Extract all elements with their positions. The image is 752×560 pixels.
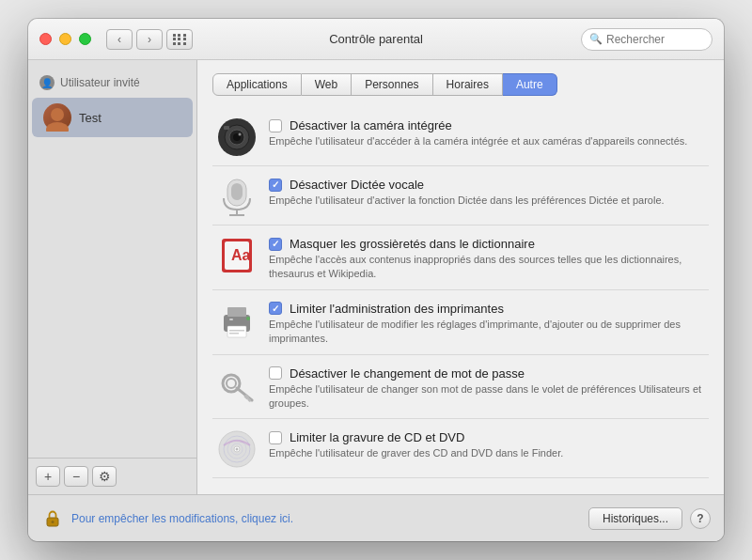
setting-item-disc: Limiter la gravure de CD et DVD Empêche … [212, 421, 709, 478]
setting-content-camera: Désactiver la caméra intégrée Empêche l'… [269, 117, 705, 148]
tab-personnes[interactable]: Personnes [352, 73, 432, 96]
setting-title-dict: Masquer les grossièretés dans le diction… [290, 237, 535, 251]
forward-button[interactable]: › [136, 29, 163, 50]
nav-buttons: ‹ › [106, 29, 163, 50]
setting-item-dictee: Désactiver Dictée vocale Empêche l'utili… [212, 168, 709, 226]
tab-applications[interactable]: Applications [212, 73, 302, 96]
maximize-button[interactable] [79, 33, 91, 45]
setting-desc-disc: Empêche l'utilisateur de graver des CD a… [269, 446, 705, 460]
setting-icon-disc [216, 428, 258, 470]
tabs: Applications Web Personnes Horaires Autr… [212, 73, 709, 96]
titlebar: ‹ › Contrôle parental 🔍 [28, 19, 724, 60]
svg-rect-9 [231, 183, 243, 200]
setting-title-row-printer: Limiter l'administration des imprimantes [269, 302, 705, 316]
setting-title-password: Désactiver le changement de mot de passe [290, 366, 525, 381]
svg-point-23 [227, 379, 236, 388]
svg-rect-7 [224, 126, 229, 130]
checkbox-printer[interactable] [269, 302, 282, 315]
setting-title-row-dict: Masquer les grossièretés dans le diction… [269, 237, 705, 251]
checkbox-dictee[interactable] [269, 179, 282, 192]
historiques-button[interactable]: Historiques... [588, 507, 682, 530]
setting-icon-dictee [216, 176, 258, 217]
setting-content-printer: Limiter l'administration des imprimantes… [269, 300, 705, 347]
setting-content-dictee: Désactiver Dictée vocale Empêche l'utili… [269, 176, 705, 208]
checkbox-password[interactable] [269, 366, 282, 380]
setting-title-row-password: Désactiver le changement de mot de passe [269, 366, 705, 381]
svg-rect-17 [227, 326, 246, 337]
sidebar-item-label: Test [79, 111, 102, 125]
svg-rect-18 [229, 319, 233, 320]
setting-icon-dict: Aa [216, 235, 258, 276]
setting-item-password: Désactiver le changement de mot de passe… [212, 357, 709, 420]
help-button[interactable]: ? [690, 508, 711, 529]
svg-rect-21 [229, 333, 239, 334]
setting-content-password: Désactiver le changement de mot de passe… [269, 365, 705, 412]
window-title: Contrôle parental [329, 32, 423, 46]
setting-desc-dictee: Empêche l'utilisateur d'activer la fonct… [269, 194, 705, 208]
tab-horaires[interactable]: Horaires [433, 73, 503, 96]
checkbox-camera[interactable] [269, 119, 282, 132]
search-icon: 🔍 [589, 33, 603, 45]
lock-link[interactable]: Pour empêcher les modifications, cliquez… [71, 512, 293, 525]
setting-icon-camera [216, 117, 258, 158]
setting-item-camera: Désactiver la caméra intégrée Empêche l'… [212, 109, 709, 166]
setting-desc-camera: Empêche l'utilisateur d'accéder à la cam… [269, 134, 705, 148]
search-input[interactable] [606, 33, 704, 46]
tab-autre[interactable]: Autre [503, 73, 557, 96]
svg-point-1 [46, 122, 69, 132]
lock-section: Pour empêcher les modifications, cliquez… [41, 507, 293, 530]
grid-view-button[interactable] [166, 29, 193, 50]
setting-title-dictee: Désactiver Dictée vocale [290, 178, 424, 192]
main-window: ‹ › Contrôle parental 🔍 👤 Utilisateur in… [28, 19, 724, 541]
user-icon: 👤 [39, 75, 55, 90]
setting-desc-password: Empêche l'utilisateur de changer son mot… [269, 382, 705, 412]
setting-title-disc: Limiter la gravure de CD et DVD [290, 430, 464, 444]
svg-rect-16 [227, 307, 246, 317]
bottom-bar: Pour empêcher les modifications, cliquez… [28, 494, 724, 541]
setting-content-disc: Limiter la gravure de CD et DVD Empêche … [269, 428, 705, 460]
setting-desc-printer: Empêche l'utilisateur de modifier les ré… [269, 318, 705, 347]
setting-title-row-camera: Désactiver la caméra intégrée [269, 118, 705, 132]
svg-point-34 [52, 521, 55, 523]
lock-icon[interactable] [41, 507, 64, 530]
setting-desc-dict: Empêche l'accès aux contenus inapproprié… [269, 253, 705, 282]
setting-title-printer: Limiter l'administration des imprimantes [290, 302, 504, 316]
settings-button[interactable]: ⚙ [92, 466, 117, 487]
remove-user-button[interactable]: − [64, 466, 88, 487]
sidebar-header-label: Utilisateur invité [60, 76, 140, 89]
settings-list: Désactiver la caméra intégrée Empêche l'… [212, 109, 709, 485]
setting-icon-printer [216, 300, 258, 341]
avatar [43, 103, 71, 132]
setting-item-printer: Limiter l'administration des imprimantes… [212, 292, 709, 355]
content-area: 👤 Utilisateur invité Test + − ⚙ [28, 60, 724, 494]
setting-item-dict: Aa Masquer les grossièretés dans le dict… [212, 227, 709, 290]
close-button[interactable] [39, 33, 52, 45]
add-user-button[interactable]: + [36, 466, 60, 487]
search-bar[interactable]: 🔍 [581, 28, 713, 51]
svg-point-32 [236, 448, 239, 451]
svg-point-19 [246, 317, 250, 320]
svg-text:Aa: Aa [231, 247, 251, 263]
main-panel: Applications Web Personnes Horaires Autr… [197, 60, 724, 494]
bottom-right: Historiques... ? [588, 507, 711, 530]
minimize-button[interactable] [59, 33, 71, 45]
setting-title-row-disc: Limiter la gravure de CD et DVD [269, 430, 705, 444]
checkbox-disc[interactable] [269, 431, 282, 444]
sidebar-footer: + − ⚙ [28, 458, 196, 494]
traffic-lights [39, 33, 91, 45]
sidebar-item-test[interactable]: Test [32, 98, 193, 137]
svg-point-6 [239, 133, 242, 136]
setting-title-row-dictee: Désactiver Dictée vocale [269, 178, 705, 192]
tab-web[interactable]: Web [302, 73, 352, 96]
sidebar-header: 👤 Utilisateur invité [28, 71, 196, 98]
back-button[interactable]: ‹ [106, 29, 133, 50]
checkbox-dict[interactable] [269, 238, 282, 251]
svg-point-0 [51, 108, 64, 121]
setting-content-dict: Masquer les grossièretés dans le diction… [269, 235, 705, 282]
setting-title-camera: Désactiver la caméra intégrée [290, 118, 452, 132]
svg-rect-20 [229, 330, 244, 332]
sidebar: 👤 Utilisateur invité Test + − ⚙ [28, 60, 197, 494]
setting-icon-password [216, 365, 258, 406]
